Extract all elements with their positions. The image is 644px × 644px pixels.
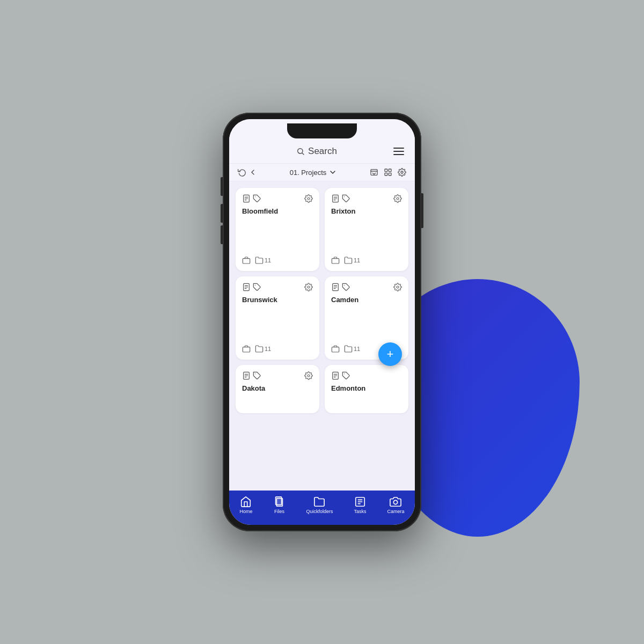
document-icon xyxy=(331,283,340,291)
nav-files-label: Files xyxy=(274,509,284,514)
card-title: Brunswick xyxy=(242,296,313,304)
svg-point-35 xyxy=(397,286,399,288)
card-type-icons xyxy=(331,283,350,291)
projects-grid: Bloomfield xyxy=(236,188,408,413)
nav-camera[interactable]: Camera xyxy=(387,496,404,514)
tasks-icon xyxy=(354,496,366,508)
files-icon xyxy=(273,496,285,508)
briefcase-icon xyxy=(242,256,251,265)
svg-point-8 xyxy=(401,171,403,173)
folder-icon xyxy=(255,345,264,353)
project-card[interactable]: Brixton xyxy=(325,188,408,271)
tag-icon xyxy=(342,283,350,291)
nav-home[interactable]: Home xyxy=(239,496,252,514)
tag-icon xyxy=(342,371,350,380)
project-card[interactable]: Dakota xyxy=(236,365,319,413)
content-area: Bloomfield xyxy=(229,181,415,491)
nav-quickfolders-label: Quickfolders xyxy=(306,509,333,514)
card-header xyxy=(242,194,313,203)
folder-count: 11 xyxy=(344,345,360,353)
project-card[interactable]: Bloomfield xyxy=(236,188,319,271)
chevron-down-icon xyxy=(328,168,337,177)
card-title: Brixton xyxy=(331,207,402,215)
search-bar[interactable]: Search xyxy=(240,146,393,157)
search-label: Search xyxy=(308,146,337,157)
card-footer: 11 xyxy=(242,345,313,353)
card-title: Bloomfield xyxy=(242,207,313,215)
card-footer: 11 xyxy=(331,256,402,265)
tag-icon xyxy=(253,283,261,291)
card-type-icons xyxy=(242,283,261,291)
card-settings-button[interactable] xyxy=(393,194,402,203)
card-settings-button[interactable] xyxy=(304,371,313,380)
svg-point-14 xyxy=(308,197,310,200)
home-icon xyxy=(240,496,252,508)
document-icon xyxy=(242,194,251,203)
folder-icon xyxy=(255,256,264,265)
nav-tasks[interactable]: Tasks xyxy=(354,496,366,514)
download-button[interactable] xyxy=(370,168,378,177)
card-header xyxy=(242,283,313,291)
nav-camera-label: Camera xyxy=(387,509,404,514)
back-button[interactable] xyxy=(248,168,257,177)
phone-mockup: Search xyxy=(223,113,421,531)
card-type-icons xyxy=(331,371,350,380)
card-title: Camden xyxy=(331,296,402,304)
tag-icon xyxy=(253,371,261,380)
tag-icon xyxy=(342,194,350,203)
toolbar-nav xyxy=(238,168,257,177)
briefcase-icon xyxy=(331,256,340,265)
phone-outer: Search xyxy=(223,113,421,531)
folder-count: 11 xyxy=(255,256,271,265)
svg-rect-29 xyxy=(243,347,250,352)
card-settings-button[interactable] xyxy=(393,283,402,291)
svg-point-42 xyxy=(308,375,310,377)
svg-rect-7 xyxy=(389,173,391,175)
folder-selector[interactable]: 01. Projects xyxy=(260,168,367,177)
svg-rect-22 xyxy=(332,259,339,264)
card-header xyxy=(242,371,313,380)
menu-button[interactable] xyxy=(393,148,404,155)
nav-files[interactable]: Files xyxy=(273,496,285,514)
folder-count: 11 xyxy=(344,256,360,265)
svg-rect-49 xyxy=(277,499,283,507)
svg-rect-5 xyxy=(389,169,391,172)
card-settings-button[interactable] xyxy=(304,283,313,291)
nav-home-label: Home xyxy=(239,509,252,514)
svg-rect-4 xyxy=(385,169,387,172)
svg-point-54 xyxy=(394,500,398,504)
svg-point-21 xyxy=(397,197,399,200)
camera-icon xyxy=(390,496,401,508)
svg-rect-15 xyxy=(243,259,250,264)
folder-count: 11 xyxy=(255,345,271,353)
project-card[interactable]: Brunswick xyxy=(236,276,319,360)
card-title: Edmonton xyxy=(331,384,402,392)
document-icon xyxy=(242,371,251,380)
card-type-icons xyxy=(331,194,350,203)
document-icon xyxy=(242,283,251,291)
folder-icon xyxy=(344,345,353,353)
card-footer: 11 xyxy=(242,256,313,265)
bottom-navigation: Home Files Quickfolders xyxy=(229,491,415,525)
card-title: Dakota xyxy=(242,384,313,392)
briefcase-icon xyxy=(331,345,340,353)
nav-tasks-label: Tasks xyxy=(354,509,366,514)
document-icon xyxy=(331,371,340,380)
svg-point-28 xyxy=(308,286,310,288)
history-button[interactable] xyxy=(238,168,246,177)
grid-button[interactable] xyxy=(384,168,392,177)
nav-quickfolders[interactable]: Quickfolders xyxy=(306,496,333,514)
svg-rect-6 xyxy=(385,173,387,175)
card-header xyxy=(331,194,402,203)
card-settings-button[interactable] xyxy=(304,194,313,203)
project-card[interactable]: Edmonton + xyxy=(325,365,408,413)
toolbar-actions xyxy=(370,168,406,177)
card-type-icons xyxy=(242,371,261,380)
card-header xyxy=(331,283,402,291)
document-icon xyxy=(331,194,340,203)
folder-name: 01. Projects xyxy=(290,169,327,177)
add-button[interactable]: + xyxy=(378,342,402,366)
notch xyxy=(287,123,357,138)
plus-icon: + xyxy=(387,348,394,360)
settings-button[interactable] xyxy=(398,168,406,177)
